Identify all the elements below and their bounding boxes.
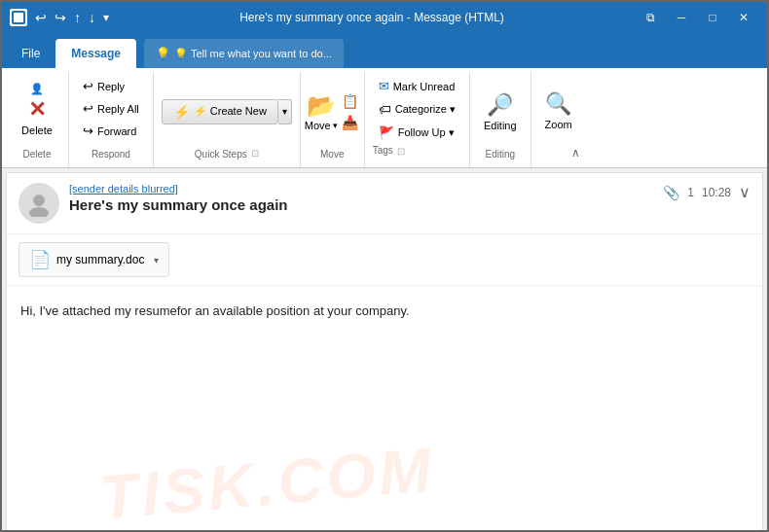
svg-point-3 xyxy=(29,207,49,217)
svg-rect-1 xyxy=(14,13,23,22)
forward-button[interactable]: ↪ Forward xyxy=(77,121,145,141)
move-button[interactable]: 📂 Move ▾ xyxy=(305,92,338,131)
reply-icon: ↩ xyxy=(83,79,93,93)
sender-avatar xyxy=(18,183,59,224)
attachment-item[interactable]: 📄 my summary.doc ▾ xyxy=(18,242,169,277)
title-bar: ↩ ↪ ↑ ↓ ▾ Here's my summary once again -… xyxy=(2,2,767,33)
attachment-count: 1 xyxy=(687,186,694,199)
tab-message[interactable]: Message xyxy=(55,39,136,68)
tab-search[interactable]: 💡 💡 Tell me what you want to do... xyxy=(144,39,344,68)
categorize-button[interactable]: 🏷 Categorize ▾ xyxy=(373,99,461,120)
quicksteps-expand-icon[interactable]: ⊡ xyxy=(251,148,259,159)
title-bar-left: ↩ ↪ ↑ ↓ ▾ xyxy=(10,9,109,26)
create-new-button[interactable]: ⚡ ⚡ Create New xyxy=(162,99,278,124)
restore-btn[interactable]: ⧉ xyxy=(635,2,666,33)
ribbon-group-tags: ✉ Mark Unread 🏷 Categorize ▾ 🚩 Follow Up… xyxy=(365,72,470,167)
email-time: 10:28 xyxy=(702,186,731,199)
upload-btn[interactable]: ↑ xyxy=(74,10,81,25)
quicksteps-expand[interactable]: ▾ xyxy=(278,99,292,124)
reply-button[interactable]: ↩ Reply xyxy=(77,76,145,96)
tags-group-label: Tags xyxy=(373,143,393,160)
maximize-btn[interactable]: □ xyxy=(697,2,728,33)
ribbon-group-delete: 👤 ✕ Delete Delete xyxy=(6,72,69,167)
editing-group-label: Editing xyxy=(486,147,516,163)
mark-unread-icon: ✉ xyxy=(379,79,389,93)
mail-header: [sender details blurred] Here's my summa… xyxy=(7,173,762,234)
ribbon-collapse-btn[interactable]: ∧ xyxy=(571,146,580,160)
tags-expand-icon[interactable]: ⊡ xyxy=(397,146,405,157)
ribbon-group-quicksteps: ⚡ ⚡ Create New ▾ Quick Steps ⊡ xyxy=(154,72,301,167)
tab-file[interactable]: File xyxy=(6,39,55,68)
attachment-name: my summary.doc xyxy=(56,253,144,266)
copy-icon[interactable]: 📋 xyxy=(340,91,360,111)
mail-body: Hi, I've attached my resumefor an availa… xyxy=(7,286,762,337)
mail-meta: 📎 1 10:28 ∨ xyxy=(663,183,751,201)
svg-point-2 xyxy=(33,195,45,206)
reply-all-button[interactable]: ↩ Reply All xyxy=(77,98,145,119)
flag-icon: 🚩 xyxy=(379,125,394,140)
attachment-area: 📄 my summary.doc ▾ xyxy=(7,234,762,286)
categorize-icon: 🏷 xyxy=(379,102,391,117)
mail-container: [sender details blurred] Here's my summa… xyxy=(6,172,763,532)
respond-group-label: Respond xyxy=(77,147,145,163)
ribbon-group-editing: 🔎 Editing Editing xyxy=(470,72,531,167)
zoom-button[interactable]: 🔍 Zoom xyxy=(537,78,580,144)
forward-icon: ↪ xyxy=(83,124,93,138)
expand-email-btn[interactable]: ∨ xyxy=(739,183,751,201)
reply-all-icon: ↩ xyxy=(83,101,93,116)
undo-btn[interactable]: ↩ xyxy=(35,10,47,25)
doc-icon: 📄 xyxy=(29,249,51,270)
ribbon-group-move: 📂 Move ▾ 📋 📥 Move xyxy=(301,72,365,167)
editing-button[interactable]: 🔎 Editing xyxy=(476,79,525,145)
email-body-text: Hi, I've attached my resumefor an availa… xyxy=(20,301,749,321)
archive-icon[interactable]: 📥 xyxy=(340,113,360,132)
tab-bar: File Message 💡 💡 Tell me what you want t… xyxy=(2,33,767,68)
minimize-btn[interactable]: ─ xyxy=(666,2,697,33)
attachment-paperclip-icon: 📎 xyxy=(663,185,679,200)
mail-info: [sender details blurred] Here's my summa… xyxy=(69,183,751,213)
close-btn[interactable]: ✕ xyxy=(728,2,759,33)
ribbon: 👤 ✕ Delete Delete ↩ Reply ↩ Reply All ↪ … xyxy=(2,68,767,168)
lightning-icon: ⚡ xyxy=(173,104,190,120)
window-title: Here's my summary once again - Message (… xyxy=(109,11,635,24)
window-controls: ⧉ ─ □ ✕ xyxy=(635,2,759,33)
move-group-label: Move xyxy=(320,147,344,163)
mark-unread-button[interactable]: ✉ Mark Unread xyxy=(373,76,461,96)
ribbon-group-zoom: 🔍 Zoom ∧ xyxy=(531,72,586,167)
content-area: [sender details blurred] Here's my summa… xyxy=(2,168,767,532)
sender-address: [sender details blurred] xyxy=(69,183,751,195)
redo-btn[interactable]: ↪ xyxy=(55,10,66,25)
ribbon-group-respond: ↩ Reply ↩ Reply All ↪ Forward Respond xyxy=(69,72,154,167)
email-subject: Here's my summary once again xyxy=(69,196,751,213)
quicksteps-group-label: Quick Steps xyxy=(195,147,247,163)
download-btn[interactable]: ↓ xyxy=(89,10,95,25)
delete-group-label: Delete xyxy=(23,147,52,163)
attachment-dropdown-icon[interactable]: ▾ xyxy=(154,255,159,266)
follow-up-button[interactable]: 🚩 Follow Up ▾ xyxy=(373,123,461,143)
app-icon xyxy=(10,9,27,26)
delete-button[interactable]: 👤 ✕ Delete xyxy=(14,76,60,142)
